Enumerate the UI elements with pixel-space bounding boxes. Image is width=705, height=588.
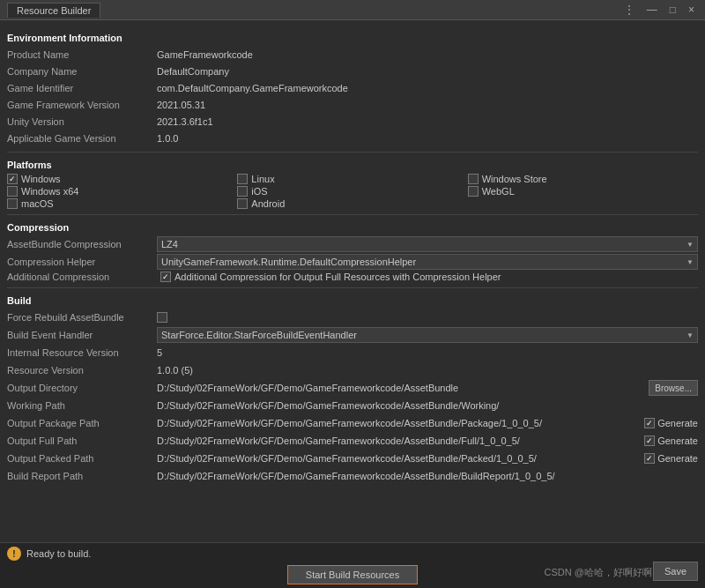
windows-store-label: Windows Store <box>482 174 547 184</box>
compression-helper-dropdown[interactable]: UnityGameFramework.Runtime.DefaultCompre… <box>157 254 698 270</box>
output-full-path-label: Output Full Path <box>7 435 157 446</box>
title-bar-right: ⋮ — □ × <box>620 4 698 16</box>
dropdown-arrow-2: ▼ <box>686 258 694 266</box>
output-full-path-value: D:/Study/02FrameWork/GF/Demo/GameFramewo… <box>157 435 641 446</box>
product-name-row: Product Name GameFrameworkcode <box>7 47 698 63</box>
unity-version-value: 2021.3.6f1c1 <box>157 116 698 127</box>
output-directory-label: Output Directory <box>7 383 157 393</box>
company-name-label: Company Name <box>7 66 157 77</box>
build-event-handler-dropdown[interactable]: StarForce.Editor.StarForceBuildEventHand… <box>157 327 698 343</box>
watermark-text: CSDN @哈哈，好啊好啊 <box>545 566 652 579</box>
assetbundle-compression-row: AssetBundle Compression LZ4 ▼ <box>7 236 698 252</box>
platforms-header: Platforms <box>7 160 698 170</box>
save-button[interactable]: Save <box>653 562 698 581</box>
force-rebuild-checkbox[interactable] <box>157 312 167 323</box>
unity-version-row: Unity Version 2021.3.6f1c1 <box>7 114 698 130</box>
output-package-path-label: Output Package Path <box>7 418 157 428</box>
linux-checkbox[interactable] <box>237 174 248 184</box>
game-identifier-value: com.DefaultCompany.GameFrameworkcode <box>157 83 698 93</box>
status-row: ! Ready to build. <box>7 547 698 561</box>
working-path-label: Working Path <box>7 400 157 411</box>
full-generate-checkbox[interactable]: ✓ <box>644 435 655 446</box>
divider-1 <box>7 152 698 153</box>
output-packed-path-row: Output Packed Path D:/Study/02FrameWork/… <box>7 450 698 466</box>
windows-label: Windows <box>21 174 61 184</box>
game-identifier-row: Game Identifier com.DefaultCompany.GameF… <box>7 80 698 96</box>
package-generate-checkbox[interactable]: ✓ <box>644 418 655 428</box>
working-path-value: D:/Study/02FrameWork/GF/Demo/GameFramewo… <box>157 400 698 411</box>
working-path-row: Working Path D:/Study/02FrameWork/GF/Dem… <box>7 398 698 413</box>
build-report-path-value: D:/Study/02FrameWork/GF/Demo/GameFramewo… <box>157 471 698 481</box>
internal-resource-version-label: Internal Resource Version <box>7 347 157 358</box>
android-checkbox[interactable] <box>237 198 248 209</box>
resource-version-row: Resource Version 1.0.0 (5) <box>7 362 698 378</box>
build-event-handler-row: Build Event Handler StarForce.Editor.Sta… <box>7 327 698 343</box>
resource-builder-tab[interactable]: Resource Builder <box>7 3 100 18</box>
build-report-path-row: Build Report Path D:/Study/02FrameWork/G… <box>7 468 698 484</box>
packed-generate-checkbox[interactable]: ✓ <box>644 453 655 464</box>
packed-generate-label: Generate <box>657 453 698 464</box>
title-bar: Resource Builder ⋮ — □ × <box>0 0 705 20</box>
android-label: Android <box>251 198 285 209</box>
package-generate-label: Generate <box>657 418 698 428</box>
internal-resource-version-row: Internal Resource Version 5 <box>7 345 698 361</box>
platform-linux: Linux <box>237 174 467 184</box>
menu-icon[interactable]: ⋮ <box>620 4 638 16</box>
main-window: Resource Builder ⋮ — □ × Environment Inf… <box>0 0 705 588</box>
maximize-icon[interactable]: □ <box>666 4 679 16</box>
force-rebuild-label: Force Rebuild AssetBundle <box>7 312 157 323</box>
env-info-header: Environment Information <box>7 33 698 43</box>
output-packed-path-value: D:/Study/02FrameWork/GF/Demo/GameFramewo… <box>157 453 641 464</box>
macos-checkbox[interactable] <box>7 198 18 209</box>
bottom-bar: ! Ready to build. Start Build Resources … <box>0 542 705 588</box>
resource-version-value: 1.0.0 (5) <box>157 365 698 376</box>
output-packed-path-label: Output Packed Path <box>7 453 157 464</box>
platform-macos: macOS <box>7 198 237 209</box>
product-name-label: Product Name <box>7 49 157 60</box>
package-generate-check: ✓ Generate <box>644 418 698 428</box>
ios-label: iOS <box>251 186 267 197</box>
compression-helper-row: Compression Helper UnityGameFramework.Ru… <box>7 254 698 270</box>
output-package-path-row: Output Package Path D:/Study/02FrameWork… <box>7 415 698 431</box>
divider-3 <box>7 287 698 288</box>
compression-header: Compression <box>7 222 698 233</box>
windows-checkbox[interactable]: ✓ <box>7 174 18 184</box>
windows-store-checkbox[interactable] <box>468 174 479 184</box>
browse-button[interactable]: Browse... <box>649 380 698 396</box>
assetbundle-compression-value: LZ4 <box>161 239 178 249</box>
full-generate-check: ✓ Generate <box>644 435 698 446</box>
additional-compression-row: Additional Compression ✓ Additional Comp… <box>7 272 698 282</box>
gf-version-row: Game Framework Version 2021.05.31 <box>7 97 698 113</box>
compression-helper-label: Compression Helper <box>7 257 157 267</box>
platform-windows: ✓ Windows <box>7 174 237 184</box>
additional-compression-checkbox[interactable]: ✓ <box>160 272 171 282</box>
platform-windows-x64: Windows x64 <box>7 186 237 197</box>
dropdown-arrow-3: ▼ <box>686 331 694 339</box>
ios-checkbox[interactable] <box>237 186 248 197</box>
webgl-label: WebGL <box>482 186 515 197</box>
minimize-icon[interactable]: — <box>643 4 661 16</box>
output-package-path-value: D:/Study/02FrameWork/GF/Demo/GameFramewo… <box>157 418 641 428</box>
unity-version-label: Unity Version <box>7 116 157 127</box>
assetbundle-compression-label: AssetBundle Compression <box>7 239 157 249</box>
close-icon[interactable]: × <box>685 4 698 16</box>
output-directory-row: Output Directory D:/Study/02FrameWork/GF… <box>7 380 698 396</box>
platform-ios: iOS <box>237 186 467 197</box>
packed-generate-check: ✓ Generate <box>644 453 698 464</box>
linux-label: Linux <box>251 174 274 184</box>
app-version-value: 1.0.0 <box>157 133 698 144</box>
webgl-checkbox[interactable] <box>468 186 479 197</box>
assetbundle-compression-dropdown[interactable]: LZ4 ▼ <box>157 236 698 252</box>
divider-2 <box>7 214 698 215</box>
additional-compression-label: Additional Compression <box>7 272 157 282</box>
platforms-grid: ✓ Windows Windows x64 macOS Linux <box>7 174 698 209</box>
dropdown-arrow-1: ▼ <box>686 241 694 249</box>
start-build-button[interactable]: Start Build Resources <box>287 565 418 584</box>
gf-version-value: 2021.05.31 <box>157 100 698 110</box>
company-name-row: Company Name DefaultCompany <box>7 63 698 79</box>
content-area: Environment Information Product Name Gam… <box>0 20 705 542</box>
windows-x64-checkbox[interactable] <box>7 186 18 197</box>
title-bar-left: Resource Builder <box>7 3 100 18</box>
platform-webgl: WebGL <box>468 186 698 197</box>
compression-helper-value: UnityGameFramework.Runtime.DefaultCompre… <box>161 257 416 267</box>
